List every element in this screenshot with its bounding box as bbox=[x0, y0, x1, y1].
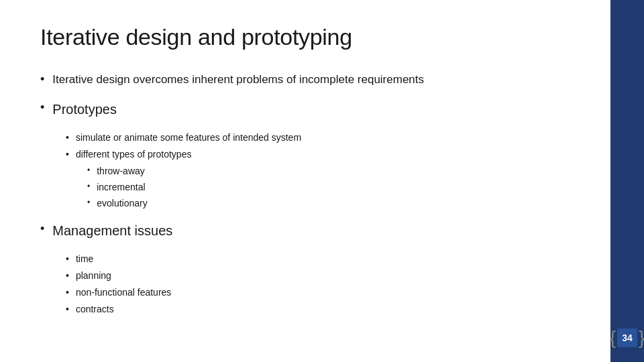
sub-bullet-nonfunctional: • non-functional features bbox=[66, 286, 577, 300]
bracket-left-icon: { bbox=[610, 327, 616, 349]
slide-title: Iterative design and prototyping bbox=[40, 24, 577, 50]
sub-bullet-dot-1: • bbox=[66, 132, 69, 143]
sub-bullet-text-time: time bbox=[76, 252, 93, 266]
prototype-types-list: • throw-away • incremental • evolutionar… bbox=[87, 164, 577, 210]
bullet-dot-2: • bbox=[40, 101, 44, 115]
mgmt-dot-1: • bbox=[66, 253, 69, 264]
sub-bullet-text-contracts: contracts bbox=[76, 302, 114, 316]
sub-bullet-time: • time bbox=[66, 252, 577, 266]
bullet-dot-1: • bbox=[40, 72, 44, 86]
mgmt-dot-4: • bbox=[66, 304, 69, 314]
sub-sub-text-evolutionary: evolutionary bbox=[97, 196, 148, 210]
sub-sub-dot-2: • bbox=[87, 182, 90, 191]
bullet-prototypes-section: • Prototypes • simulate or animate some … bbox=[40, 100, 577, 210]
sub-sub-bullet-throwaway: • throw-away bbox=[87, 164, 577, 178]
sub-bullet-simulate: • simulate or animate some features of i… bbox=[66, 131, 577, 145]
bullet-text-management: Management issues bbox=[52, 221, 172, 240]
page-number-container: { 34 } bbox=[610, 327, 644, 349]
sub-bullet-text-nonfunctional: non-functional features bbox=[76, 286, 171, 300]
bullet-dot-3: • bbox=[40, 222, 44, 236]
sub-bullet-planning: • planning bbox=[66, 269, 577, 283]
bullet-text-prototypes: Prototypes bbox=[52, 100, 117, 119]
bullet-text-iterative: Iterative design overcomes inherent prob… bbox=[52, 72, 424, 88]
sub-bullet-text-simulate: simulate or animate some features of int… bbox=[76, 131, 301, 145]
slide-container: Iterative design and prototyping • Itera… bbox=[0, 0, 644, 362]
main-content: Iterative design and prototyping • Itera… bbox=[0, 0, 610, 362]
prototypes-sub-bullets: • simulate or animate some features of i… bbox=[66, 131, 577, 210]
bullet-prototypes-header: • Prototypes bbox=[40, 100, 577, 119]
sub-bullet-different-types: • different types of prototypes bbox=[66, 147, 577, 162]
sub-sub-bullet-incremental: • incremental bbox=[87, 180, 577, 194]
sub-sub-dot-3: • bbox=[87, 198, 90, 207]
sub-bullet-text-different: different types of prototypes bbox=[76, 147, 192, 162]
sub-bullet-dot-2: • bbox=[66, 149, 69, 160]
management-sub-bullets: • time • planning • non-functional featu… bbox=[66, 252, 577, 316]
mgmt-dot-2: • bbox=[66, 270, 69, 281]
sub-bullet-contracts: • contracts bbox=[66, 302, 577, 316]
sidebar: { 34 } bbox=[610, 0, 644, 362]
sub-sub-dot-1: • bbox=[87, 166, 90, 175]
mgmt-dot-3: • bbox=[66, 287, 69, 298]
sub-sub-text-throwaway: throw-away bbox=[97, 164, 145, 178]
bullet-management-header: • Management issues bbox=[40, 221, 577, 240]
sub-sub-bullet-evolutionary: • evolutionary bbox=[87, 196, 577, 210]
sub-sub-text-incremental: incremental bbox=[97, 180, 145, 194]
bullet-management-section: • Management issues • time • planning • … bbox=[40, 221, 577, 316]
page-number-badge: 34 bbox=[617, 328, 637, 347]
bracket-right-icon: } bbox=[639, 327, 644, 349]
sub-bullet-text-planning: planning bbox=[76, 269, 111, 283]
bullet-iterative: • Iterative design overcomes inherent pr… bbox=[40, 72, 577, 88]
page-number-text: 34 bbox=[622, 333, 633, 343]
